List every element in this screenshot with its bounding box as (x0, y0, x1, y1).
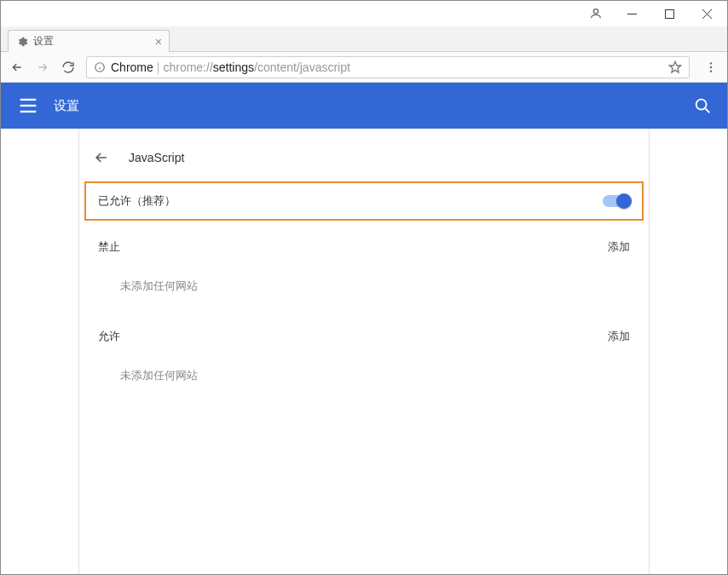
bookmark-star-icon[interactable] (668, 60, 682, 74)
browser-toolbar: Chrome | chrome://settings/content/javas… (1, 52, 727, 83)
tabs-strip: 设置 × (1, 26, 727, 52)
back-arrow-icon[interactable] (93, 149, 110, 166)
block-section-label: 禁止 (98, 239, 120, 255)
toggle-thumb (616, 193, 632, 209)
svg-point-9 (710, 66, 712, 67)
toggle-switch[interactable] (603, 195, 630, 207)
forward-button[interactable] (32, 56, 54, 78)
reload-button[interactable] (57, 56, 79, 78)
window-titlebar (1, 1, 727, 26)
settings-card: JavaScript 已允许（推荐） 禁止 添加 未添加任何网站 允许 添加 未… (78, 129, 650, 575)
allowed-toggle-label: 已允许（推荐） (98, 193, 176, 209)
site-info-icon[interactable] (94, 61, 106, 73)
address-bar[interactable]: Chrome | chrome://settings/content/javas… (86, 56, 690, 78)
window-maximize-button[interactable] (650, 2, 688, 26)
allow-section-header: 允许 添加 (79, 313, 649, 359)
page-title: JavaScript (129, 151, 184, 164)
allowed-toggle-row[interactable]: 已允许（推荐） (84, 181, 644, 221)
block-section-header: 禁止 添加 (79, 224, 649, 270)
svg-rect-2 (665, 9, 673, 18)
tab-title: 设置 (33, 34, 54, 49)
back-button[interactable] (6, 56, 28, 78)
svg-point-0 (593, 9, 598, 14)
card-header: JavaScript (79, 137, 649, 178)
hamburger-menu-icon[interactable] (16, 94, 40, 118)
url-scheme: Chrome (111, 60, 153, 74)
svg-point-10 (710, 70, 712, 72)
url-text: chrome://settings/content/javascript (163, 60, 350, 74)
gear-icon (15, 35, 28, 48)
svg-point-8 (710, 62, 712, 64)
user-account-icon[interactable] (579, 2, 613, 26)
window-close-button[interactable] (688, 2, 725, 26)
block-empty-text: 未添加任何网站 (79, 270, 649, 313)
svg-line-15 (705, 108, 709, 112)
menu-button[interactable] (700, 56, 722, 78)
window-minimize-button[interactable] (613, 2, 650, 26)
browser-tab[interactable]: 设置 × (8, 30, 170, 52)
close-tab-icon[interactable]: × (155, 36, 162, 48)
add-blocked-site-button[interactable]: 添加 (608, 239, 630, 255)
add-allowed-site-button[interactable]: 添加 (608, 329, 630, 344)
app-bar-title: 设置 (54, 98, 79, 114)
search-icon[interactable] (693, 96, 712, 115)
allow-empty-text: 未添加任何网站 (79, 359, 649, 402)
content-area: JavaScript 已允许（推荐） 禁止 添加 未添加任何网站 允许 添加 未… (1, 129, 727, 575)
svg-point-14 (696, 100, 707, 110)
app-bar: 设置 (1, 83, 727, 129)
allow-section-label: 允许 (98, 329, 120, 344)
